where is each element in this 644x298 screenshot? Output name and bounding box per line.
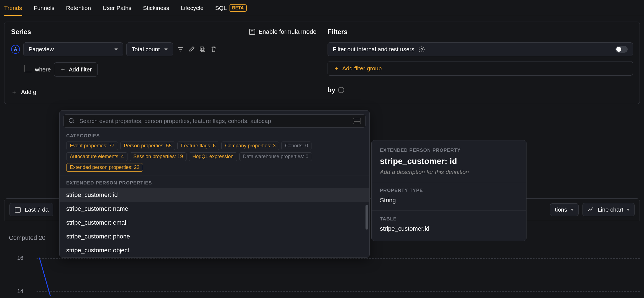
trash-icon-button[interactable] <box>209 45 218 53</box>
plus-icon: ＋ <box>60 65 66 74</box>
tab-lifecycle[interactable]: Lifecycle <box>181 0 204 16</box>
y-tick: 14 <box>17 288 23 294</box>
date-range-select[interactable]: Last 7 da <box>9 203 53 216</box>
table-value: stripe_customer.id <box>380 225 518 232</box>
tab-retention[interactable]: Retention <box>66 0 91 16</box>
scrollbar-thumb[interactable] <box>366 205 368 230</box>
category-pill[interactable]: HogQL expression <box>189 152 237 161</box>
category-pill[interactable]: Cohorts: 0 <box>281 142 311 150</box>
filter-toggle[interactable] <box>615 46 628 53</box>
tab-stickiness[interactable]: Stickiness <box>143 0 169 16</box>
info-icon[interactable]: i <box>338 87 344 93</box>
category-pill[interactable]: Autocapture elements: 4 <box>66 152 127 161</box>
chevron-down-icon <box>114 48 118 50</box>
search-icon <box>68 117 75 125</box>
formula-icon <box>249 28 256 35</box>
chart-type-label: Line chart <box>598 206 623 213</box>
plus-icon: ＋ <box>11 88 17 96</box>
aggregation-select[interactable]: Total count <box>126 42 173 56</box>
category-pill[interactable]: Session properties: 19 <box>130 152 186 161</box>
property-type-value: String <box>380 197 518 204</box>
chevron-down-icon <box>571 209 574 211</box>
breakdown-by-label: by <box>328 86 335 94</box>
svg-rect-1 <box>201 48 205 52</box>
property-search-popover: CATEGORIES Event properties: 77Person pr… <box>59 110 370 258</box>
formula-mode-toggle[interactable]: Enable formula mode <box>249 28 316 35</box>
default-filter-label: Filter out internal and test users <box>333 46 414 53</box>
calendar-icon <box>14 206 21 213</box>
svg-point-3 <box>421 48 423 50</box>
copy-icon-button[interactable] <box>198 45 207 53</box>
property-list-item[interactable]: stripe_customer: phone <box>60 230 369 243</box>
event-select[interactable]: Pageview <box>23 42 123 56</box>
property-list: stripe_customer: idstripe_customer: name… <box>60 188 369 257</box>
property-list-item[interactable]: stripe_customer: id <box>60 188 369 202</box>
chart-line <box>39 258 62 298</box>
query-panel: Series Enable formula mode A Pageview To… <box>4 22 640 104</box>
property-search-input[interactable] <box>79 118 349 124</box>
date-range-label: Last 7 da <box>25 206 48 213</box>
category-pill[interactable]: Company properties: 3 <box>221 142 279 150</box>
detail-title: stripe_customer: id <box>380 156 518 166</box>
line-chart-icon <box>587 206 594 213</box>
property-list-item[interactable]: stripe_customer: object <box>60 243 369 257</box>
property-section-label: EXTENDED PERSON PROPERTIES <box>60 176 369 188</box>
category-pill[interactable]: Person properties: 55 <box>120 142 175 150</box>
add-filter-group-label: Add filter group <box>342 65 382 72</box>
svg-rect-4 <box>15 207 21 212</box>
add-filter-label: Add filter <box>69 66 92 73</box>
beta-badge: BETA <box>229 4 246 12</box>
filter-icon-button[interactable] <box>176 45 185 53</box>
plus-icon: ＋ <box>333 64 339 73</box>
detail-description-placeholder[interactable]: Add a description for this definition <box>380 169 518 175</box>
computed-timestamp: Computed 20 <box>9 234 45 242</box>
keyboard-icon <box>353 118 361 124</box>
edit-icon-button[interactable] <box>187 45 196 53</box>
add-filter-group-button[interactable]: ＋ Add filter group <box>328 61 633 76</box>
formula-mode-label: Enable formula mode <box>259 28 316 35</box>
tab-sql[interactable]: SQL BETA <box>215 0 246 16</box>
category-pill[interactable]: Feature flags: 6 <box>177 142 219 150</box>
filters-title: Filters <box>328 28 633 36</box>
chevron-down-icon <box>164 48 168 50</box>
add-filter-button[interactable]: ＋ Add filter <box>54 62 98 77</box>
category-pill[interactable]: Event properties: 77 <box>66 142 118 150</box>
y-tick: 16 <box>17 255 23 261</box>
chevron-down-icon <box>627 209 630 211</box>
gear-icon[interactable] <box>418 46 425 53</box>
insight-tabs: Trends Funnels Retention User Paths Stic… <box>0 0 644 16</box>
categories-label: CATEGORIES <box>60 130 369 142</box>
svg-point-5 <box>69 118 73 122</box>
event-select-value: Pageview <box>29 46 54 53</box>
default-filter-row[interactable]: Filter out internal and test users <box>328 42 633 56</box>
options-label: tions <box>555 206 567 213</box>
category-pill[interactable]: Data warehouse properties: 0 <box>239 152 312 161</box>
branch-icon <box>24 65 32 72</box>
svg-rect-2 <box>200 47 204 50</box>
detail-header-label: EXTENDED PERSON PROPERTY <box>380 148 518 153</box>
tab-user-paths[interactable]: User Paths <box>103 0 131 16</box>
tab-funnels[interactable]: Funnels <box>34 0 55 16</box>
table-label: TABLE <box>380 216 518 222</box>
property-list-item[interactable]: stripe_customer: email <box>60 216 369 230</box>
property-detail-panel: EXTENDED PERSON PROPERTY stripe_customer… <box>371 140 527 241</box>
category-pills: Event properties: 77Person properties: 5… <box>60 142 369 176</box>
property-type-label: PROPERTY TYPE <box>380 188 518 193</box>
add-graph-button[interactable]: Add g <box>21 89 36 95</box>
series-title: Series <box>11 28 31 36</box>
series-letter-badge: A <box>11 45 20 54</box>
where-label: where <box>35 66 51 73</box>
chart-type-select[interactable]: Line chart <box>582 203 635 216</box>
category-pill[interactable]: Extended person properties: 22 <box>66 163 143 172</box>
tab-trends[interactable]: Trends <box>4 0 22 16</box>
options-select[interactable]: tions <box>550 203 578 216</box>
property-list-item[interactable]: stripe_customer: name <box>60 202 369 216</box>
aggregation-select-value: Total count <box>132 46 160 53</box>
